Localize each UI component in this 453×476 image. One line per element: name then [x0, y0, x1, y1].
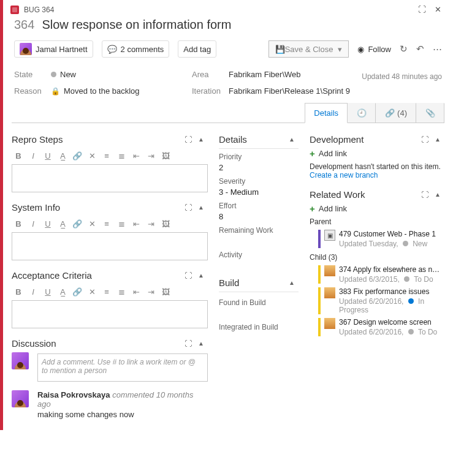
save-close-button[interactable]: 💾 Save & Close ▾ — [268, 40, 349, 58]
priority-value[interactable]: 2 — [219, 163, 299, 172]
fullscreen-icon[interactable]: ⛶ — [185, 203, 194, 212]
child-label: Child (3) — [310, 253, 444, 262]
font-icon[interactable]: A̲ — [56, 285, 69, 298]
underline-icon[interactable]: U — [41, 285, 55, 298]
more-icon[interactable]: ⋯ — [433, 43, 442, 55]
assignee-name: Jamal Hartnett — [36, 45, 88, 54]
add-link-related[interactable]: +Add link — [310, 203, 444, 214]
collapse-icon[interactable]: ▲ — [435, 191, 444, 198]
collapse-icon[interactable]: ▲ — [198, 340, 208, 347]
clear-icon[interactable]: ✕ — [85, 285, 99, 298]
bold-icon[interactable]: B — [12, 149, 25, 162]
link-icon[interactable]: 🔗 — [70, 149, 84, 162]
plus-icon: + — [310, 203, 315, 214]
font-icon[interactable]: A̲ — [56, 149, 69, 162]
collapse-icon[interactable]: ▲ — [289, 136, 299, 143]
severity-value[interactable]: 3 - Medium — [219, 187, 299, 197]
bold-icon[interactable]: B — [12, 285, 25, 298]
repro-steps-input[interactable] — [12, 164, 208, 192]
remaining-label: Remaining Work — [219, 226, 299, 235]
number-icon[interactable]: ≣ — [115, 149, 128, 162]
collapse-icon[interactable]: ▲ — [198, 272, 208, 279]
repro-toolbar: B I U A̲ 🔗 ✕ ≡ ≣ ⇤ ⇥ 🖼 — [12, 148, 208, 163]
save-label: Save & Close — [285, 45, 333, 54]
link-icon[interactable]: 🔗 — [70, 217, 84, 230]
tab-details[interactable]: Details — [305, 103, 348, 123]
related-item-child[interactable]: 383 Fix performance issues Updated 6/20/… — [318, 287, 444, 314]
bold-icon[interactable]: B — [12, 217, 25, 230]
bullet-icon[interactable]: ≡ — [100, 149, 113, 162]
type-bar — [318, 287, 321, 314]
image-icon[interactable]: 🖼 — [159, 285, 172, 298]
number-icon[interactable]: ≣ — [115, 217, 128, 230]
reason-value[interactable]: Moved to the backlog — [64, 86, 140, 96]
wi-id: 479 — [339, 230, 351, 238]
activity-value[interactable] — [219, 261, 299, 270]
comment-input[interactable]: Add a comment. Use # to link a work item… — [37, 353, 208, 382]
wi-title: Customer Web - Phase 1 — [353, 230, 436, 238]
fullscreen-icon[interactable]: ⛶ — [421, 135, 431, 144]
indent-icon[interactable]: ⇥ — [144, 217, 158, 230]
create-branch-link[interactable]: Create a new branch — [310, 171, 444, 179]
fullscreen-icon[interactable]: ⛶ — [421, 191, 431, 199]
outdent-icon[interactable]: ⇤ — [129, 149, 143, 162]
assignee-chip[interactable]: Jamal Hartnett — [14, 40, 93, 58]
acceptance-input[interactable] — [12, 300, 208, 328]
follow-button[interactable]: ◉ Follow — [357, 45, 391, 54]
italic-icon[interactable]: I — [26, 149, 40, 162]
fullscreen-icon[interactable]: ⛶ — [185, 339, 194, 348]
tab-history[interactable]: 🕘 — [348, 103, 376, 123]
bullet-icon[interactable]: ≡ — [100, 285, 113, 298]
window-badge: BUG 364 — [24, 6, 54, 14]
related-item-child[interactable]: 374 Apply fix elsewhere as n… Updated 6/… — [318, 265, 444, 284]
number-icon[interactable]: ≣ — [115, 285, 128, 298]
refresh-icon[interactable]: ↻ — [400, 43, 408, 55]
image-icon[interactable]: 🖼 — [159, 217, 172, 230]
clear-icon[interactable]: ✕ — [85, 149, 99, 162]
save-icon: 💾 — [275, 45, 285, 54]
found-build-value[interactable] — [219, 309, 299, 318]
work-item-title[interactable]: Slow response on information form — [42, 18, 231, 32]
iteration-value[interactable]: Fabrikam Fiber\Release 1\Sprint 9 — [229, 86, 442, 96]
collapse-icon[interactable]: ▲ — [289, 279, 299, 286]
epic-icon: ▣ — [324, 230, 335, 241]
tab-attachments[interactable]: 📎 — [416, 103, 444, 123]
effort-value[interactable]: 8 — [219, 212, 299, 221]
add-tag-button[interactable]: Add tag — [178, 40, 216, 58]
integrated-build-label: Integrated in Build — [219, 323, 299, 331]
outdent-icon[interactable]: ⇤ — [129, 217, 143, 230]
indent-icon[interactable]: ⇥ — [144, 149, 158, 162]
indent-icon[interactable]: ⇥ — [144, 285, 158, 298]
font-icon[interactable]: A̲ — [56, 217, 69, 230]
collapse-icon[interactable]: ▲ — [198, 136, 208, 143]
chevron-down-icon[interactable]: ▾ — [338, 45, 342, 54]
collapse-icon[interactable]: ▲ — [435, 136, 444, 143]
close-icon[interactable]: ✕ — [430, 5, 446, 14]
collapse-icon[interactable]: ▲ — [198, 204, 208, 211]
outdent-icon[interactable]: ⇤ — [129, 285, 143, 298]
related-item-child[interactable]: 367 Design welcome screen Updated 6/20/2… — [318, 318, 444, 336]
clear-icon[interactable]: ✕ — [85, 217, 99, 230]
image-icon[interactable]: 🖼 — [159, 149, 172, 162]
comments-chip[interactable]: 💬 2 comments — [102, 40, 170, 58]
lock-icon: 🔒 — [51, 87, 60, 96]
add-link-dev[interactable]: +Add link — [310, 148, 444, 159]
undo-icon[interactable]: ↶ — [416, 43, 424, 55]
state-value[interactable]: New — [60, 70, 76, 79]
italic-icon[interactable]: I — [26, 217, 40, 230]
bullet-icon[interactable]: ≡ — [100, 217, 113, 230]
wi-sub: Updated 6/20/2016, — [339, 297, 403, 306]
follow-label: Follow — [368, 45, 391, 54]
link-icon[interactable]: 🔗 — [70, 285, 84, 298]
underline-icon[interactable]: U — [41, 217, 55, 230]
system-info-input[interactable] — [12, 232, 208, 260]
tab-links[interactable]: 🔗(4) — [376, 103, 416, 123]
fullscreen-icon[interactable]: ⛶ — [414, 5, 430, 14]
remaining-value[interactable] — [219, 236, 299, 246]
fullscreen-icon[interactable]: ⛶ — [185, 271, 194, 280]
bug-icon — [10, 6, 19, 14]
related-item-parent[interactable]: ▣ 479 Customer Web - Phase 1 Updated Tue… — [318, 230, 444, 248]
fullscreen-icon[interactable]: ⛶ — [185, 135, 194, 144]
italic-icon[interactable]: I — [26, 285, 40, 298]
underline-icon[interactable]: U — [41, 149, 55, 162]
